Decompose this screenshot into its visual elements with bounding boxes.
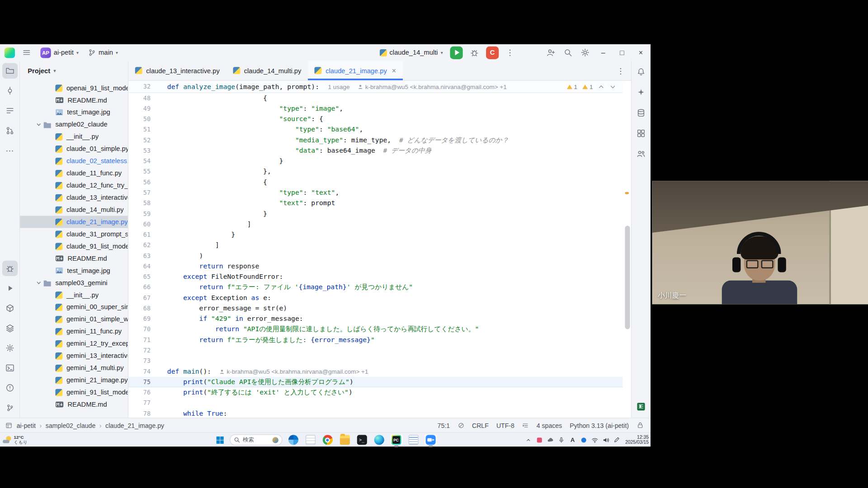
onedrive-icon[interactable] [547, 435, 554, 445]
pen-icon[interactable] [613, 435, 621, 445]
terminal-button[interactable] [2, 360, 17, 375]
code-line-71[interactable]: 71 return f"エラーが発生しました: {error_message}" [128, 335, 623, 345]
project-item-claude_12_func_try_exce[interactable]: claude_12_func_try_exce [20, 179, 128, 192]
warning-indicator[interactable]: 1 [567, 84, 577, 90]
project-item-gemini_11_func.py[interactable]: gemini_11_func.py [20, 325, 128, 338]
project-item-claude_21_image.py[interactable]: claude_21_image.py [20, 216, 128, 228]
project-item-claude_02_stateless.py[interactable]: claude_02_stateless.py [20, 155, 128, 167]
project-item-gemini_00_super_simple[interactable]: gemini_00_super_simple [20, 301, 128, 313]
more-actions-icon[interactable]: ⋮ [504, 48, 516, 57]
project-item-claude_91_list_models.py[interactable]: claude_91_list_models.py [20, 240, 128, 252]
inspection-widget[interactable]: 11 [567, 81, 616, 93]
taskbar-app-explorer[interactable] [338, 434, 351, 446]
taskbar-clock[interactable]: 12:35 2025/03/15 [625, 435, 649, 445]
warning-stripe-mark[interactable] [625, 192, 629, 194]
project-item-gemini_91_list_models.py[interactable]: gemini_91_list_models.py [20, 386, 128, 399]
code-line-59[interactable]: 59 } [128, 209, 623, 219]
taskbar-app-edge[interactable] [372, 434, 385, 446]
taskbar-app-chrome[interactable] [321, 434, 334, 446]
code-line-67[interactable]: 67 except Exception as e: [128, 293, 623, 303]
database-button[interactable] [633, 105, 649, 121]
project-item-gemini_14_multi.py[interactable]: gemini_14_multi.py [20, 362, 128, 374]
mic-icon[interactable] [558, 435, 566, 445]
run-button[interactable] [450, 46, 463, 59]
python-interpreter[interactable]: Python 3.13 (ai-petit) [570, 422, 629, 429]
taskbar-search[interactable]: 検索 [230, 434, 282, 445]
code-line-69[interactable]: 69 if "429" in error_message: [128, 314, 623, 324]
project-widget[interactable]: AP ai-petit ▾ [38, 46, 80, 59]
scrollbar-thumb[interactable] [625, 226, 630, 329]
settings-gear-icon[interactable] [579, 46, 592, 59]
file-encoding[interactable]: UTF-8 [496, 422, 514, 429]
commit-button[interactable] [2, 83, 17, 99]
code-line-65[interactable]: 65 except FileNotFoundError: [128, 272, 623, 282]
taskbar-app-notepad[interactable] [304, 434, 317, 446]
project-item-openai_91_list_models.p[interactable]: openai_91_list_models.p [20, 82, 128, 94]
code-line-70[interactable]: 70 return "APIの使用量制限に達しました。しばらく待ってから再試行し… [128, 324, 623, 335]
chevron-down-icon[interactable] [609, 84, 616, 90]
run-button[interactable] [2, 281, 17, 296]
code-line-77[interactable]: 77 [128, 398, 623, 408]
code-line-53[interactable]: 53 "data": base64_image # データの中身 [128, 145, 623, 156]
excel-button[interactable] [633, 399, 649, 414]
weather-widget[interactable]: 12°C くもり [3, 433, 28, 446]
project-item-test_image.jpg[interactable]: test_image.jpg [20, 264, 128, 277]
search-everywhere-icon[interactable] [561, 46, 575, 59]
c-plugin-button[interactable]: C [486, 46, 499, 59]
code-line-74[interactable]: 74def main():k-brahma@wu5 <k.brahma.nirv… [128, 366, 623, 377]
layers-button[interactable] [2, 320, 17, 336]
plugins-button[interactable] [633, 126, 649, 141]
code-with-me-icon[interactable] [544, 46, 557, 59]
caret-position[interactable]: 75:1 [438, 422, 450, 429]
project-panel-header[interactable]: Project ▾ [20, 61, 128, 81]
debug-button[interactable] [468, 46, 481, 59]
python-packages-button[interactable] [2, 300, 17, 316]
taskbar-app-pycharm[interactable]: PC [389, 434, 402, 446]
author-annotation[interactable]: k-brahma@wu5 <k.brahma.nirvana@gmail.com… [358, 83, 507, 90]
code-line-75[interactable]: 75 print("Claude APIを使用した画像分析プログラム") [128, 377, 623, 387]
volume-icon[interactable] [602, 435, 610, 445]
code-line-72[interactable]: 72 [128, 345, 623, 356]
project-item-claude_31_prompt_samp[interactable]: claude_31_prompt_samp [20, 228, 128, 240]
project-item-README.md[interactable]: README.md [20, 94, 128, 106]
warning-indicator[interactable]: 1 [582, 84, 593, 90]
code-line-66[interactable]: 66 return f"エラー: ファイル '{image_path}' が見つ… [128, 282, 623, 292]
project-item-sample03_gemini[interactable]: sample03_gemini [20, 277, 128, 289]
hamburger-menu-icon[interactable] [20, 46, 33, 59]
code-line-56[interactable]: 56 { [128, 177, 623, 188]
ai-assistant-button[interactable] [633, 84, 649, 100]
tab-options-icon[interactable]: ⋮ [610, 66, 631, 75]
project-item-gemini_12_try_except.py[interactable]: gemini_12_try_except.py [20, 338, 128, 350]
code-line-54[interactable]: 54 } [128, 156, 623, 166]
indent-style[interactable]: 4 spaces [537, 422, 562, 429]
tab-claude_21_image.py[interactable]: claude_21_image.py× [308, 61, 403, 80]
minimize-button[interactable]: – [596, 48, 611, 56]
project-item-gemini_21_image.py[interactable]: gemini_21_image.py [20, 374, 128, 386]
code-line-60[interactable]: 60 ] [128, 219, 623, 230]
code-line-76[interactable]: 76 print("終了するには 'exit' と入力してください") [128, 387, 623, 398]
alert-icon[interactable] [536, 435, 543, 445]
code-area[interactable]: 48 {49 "type": "image",50 "source": {51 … [128, 93, 623, 418]
debug-button[interactable] [2, 261, 17, 276]
project-item-README.md[interactable]: README.md [20, 399, 128, 411]
project-folder-button[interactable] [2, 63, 17, 79]
code-line-57[interactable]: 57 "type": "text", [128, 188, 623, 198]
project-item-gemini_01_simple_with_s[interactable]: gemini_01_simple_with_s [20, 313, 128, 325]
lock-icon[interactable] [637, 422, 644, 429]
pull-requests-button[interactable] [2, 123, 17, 138]
code-line-50[interactable]: 50 "source": { [128, 114, 623, 124]
project-item-claude_01_simple.py[interactable]: claude_01_simple.py [20, 143, 128, 155]
indent-icon[interactable] [522, 422, 529, 429]
collaboration-button[interactable] [633, 146, 649, 161]
code-line-51[interactable]: 51 "type": "base64", [128, 125, 623, 135]
code-line-62[interactable]: 62 ] [128, 240, 623, 250]
code-line-48[interactable]: 48 { [128, 93, 623, 103]
taskbar-app-document[interactable] [406, 434, 420, 446]
project-item-README.md[interactable]: README.md [20, 252, 128, 264]
code-line-68[interactable]: 68 error_message = str(e) [128, 303, 623, 314]
notifications-button[interactable] [633, 64, 649, 80]
project-item-sample02_claude[interactable]: sample02_claude [20, 118, 128, 131]
tab-claude_13_interactive.py[interactable]: claude_13_interactive.py [128, 61, 226, 80]
code-line-55[interactable]: 55 }, [128, 167, 623, 177]
bluetooth-icon[interactable] [580, 435, 588, 445]
